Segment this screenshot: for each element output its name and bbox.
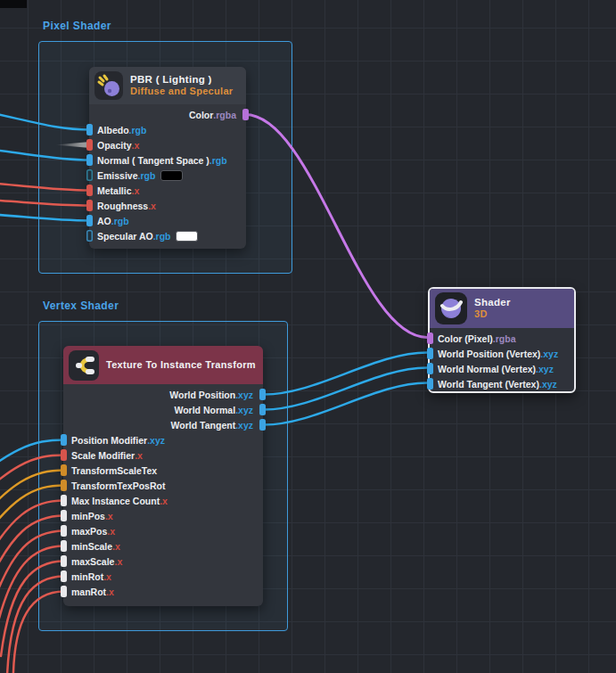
port-color-pixel[interactable] [427,332,433,344]
port-label: World Normal [174,405,235,415]
port-type-suffix: .rgb [111,216,129,226]
port-world-position-vertex[interactable] [427,348,433,359]
port-color[interactable] [242,109,249,120]
node-shader-3d[interactable]: Shader 3D Color (Pixel).rgbaWorld Positi… [428,287,576,393]
node-pbr-lighting[interactable]: PBR ( Lighting ) Diffuse and Specular Co… [89,67,246,249]
input-row-metallic: Metallic.x [89,183,246,198]
output-row-world-position: World Position.xyz [63,387,263,402]
port-scale-modifier[interactable] [61,449,67,461]
port-label: World Position (Vertex) [438,349,540,359]
port-type-suffix: .xyz [235,390,253,400]
wire-ao[interactable] [0,215,90,221]
port-type-suffix: .x [135,450,143,461]
port-minscale[interactable] [61,540,67,552]
port-world-tangent-vertex[interactable] [427,378,433,390]
port-label: Opacity [97,140,132,151]
wire-albedo[interactable] [0,113,90,130]
shader-input-rows: Color (Pixel).rgbaWorld Position (Vertex… [430,328,574,391]
input-row-maxscale: maxScale.x [63,554,263,569]
node-graph-canvas[interactable]: Pixel Shader Vertex Shader [0,0,616,673]
port-label: maxPos [71,526,107,537]
port-roughness[interactable] [86,200,93,211]
port-minpos[interactable] [61,510,67,521]
port-type-suffix: .x [132,140,140,151]
port-type-suffix: .x [107,526,115,537]
port-type-suffix: .xyz [147,435,165,446]
port-label: Max Instance Count [71,496,160,506]
port-opacity[interactable] [86,139,93,151]
input-row-ao: AO.rgb [89,213,246,228]
wire-normal[interactable] [0,150,90,160]
port-label: Scale Modifier [71,450,135,461]
port-world-position[interactable] [259,389,266,400]
port-world-tangent[interactable] [259,419,266,431]
port-minrot[interactable] [61,570,67,582]
port-world-normal[interactable] [259,404,266,415]
port-label: TransformScaleTex [71,465,157,476]
input-row-color-pixel: Color (Pixel).rgba [430,331,574,346]
port-label: World Position [169,390,235,400]
port-label: minScale [71,541,112,552]
ttit-output-rows: World Position.xyzWorld Normal.xyzWorld … [63,384,263,432]
node-ttit-header[interactable]: Texture To Instance Transform [63,346,263,384]
port-label: Metallic [97,185,132,196]
port-label: Color (Pixel) [438,333,493,344]
wire-opacity-hidden-stub[interactable] [55,142,90,148]
port-type-suffix: .x [148,201,156,211]
port-type-suffix: .xyz [539,379,557,390]
wire-scale-modifier[interactable] [0,456,64,520]
port-world-normal-vertex[interactable] [427,363,433,374]
node-title: PBR ( Lighting ) [130,73,233,86]
port-metallic[interactable] [86,185,93,196]
port-normal-tangent-space[interactable] [86,154,93,166]
input-row-world-tangent-vertex: World Tangent (Vertex).xyz [430,376,574,391]
port-maxscale[interactable] [61,555,67,567]
port-transformtexposrot[interactable] [61,480,67,491]
input-row-world-normal-vertex: World Normal (Vertex).xyz [430,361,574,376]
port-position-modifier[interactable] [61,434,67,446]
input-row-position-modifier: Position Modifier.xyz [63,432,263,447]
port-transformscaletex[interactable] [61,464,67,476]
port-type-suffix: .xyz [235,405,253,415]
port-type-suffix: .x [160,496,168,506]
input-row-minrot: minRot.x [63,569,263,584]
input-row-minpos: minPos.x [63,508,263,523]
wire-transformscaletex[interactable] [0,471,64,539]
port-type-suffix: .xyz [536,364,554,374]
node-subtitle: 3D [474,308,511,321]
port-type-suffix: .rgba [493,333,516,344]
port-ao[interactable] [86,215,93,226]
port-type-suffix: .x [103,571,111,582]
port-maxpos[interactable] [61,525,67,537]
wire-roughness[interactable] [0,201,90,206]
port-type-suffix: .rgba [213,110,236,120]
input-row-emissive: Emissive.rgb [89,168,246,183]
input-row-transformscaletex: TransformScaleTex [63,463,263,478]
node-title: Texture To Instance Transform [106,359,256,372]
color-swatch[interactable] [176,231,198,242]
wire-metallic[interactable] [0,184,90,191]
port-type-suffix: .x [106,587,114,597]
input-row-roughness: Roughness.x [89,198,246,213]
port-emissive[interactable] [86,169,93,181]
node-shader-header[interactable]: Shader 3D [430,289,574,328]
port-label: minPos [71,511,105,521]
pbr-lighting-icon [94,71,123,100]
output-row-color: Color.rgba [89,107,246,122]
node-pbr-header[interactable]: PBR ( Lighting ) Diffuse and Specular [89,67,246,104]
port-albedo[interactable] [86,124,93,135]
color-swatch[interactable] [160,170,183,181]
port-label: World Tangent [171,420,236,431]
port-label: Specular AO [97,231,153,242]
port-specular-ao[interactable] [86,230,93,242]
port-label: Position Modifier [71,435,147,446]
port-label: manRot [71,587,106,597]
wire-color-to-shader[interactable] [245,115,427,338]
port-max-instance-count[interactable] [61,495,67,506]
port-manrot[interactable] [61,586,67,597]
input-row-maxpos: maxPos.x [63,523,263,538]
port-type-suffix: .rgb [129,125,147,135]
input-row-scale-modifier: Scale Modifier.x [63,447,263,463]
wire-minrot[interactable] [7,577,64,673]
node-texture-to-instance-transform[interactable]: Texture To Instance Transform World Posi… [63,346,263,606]
